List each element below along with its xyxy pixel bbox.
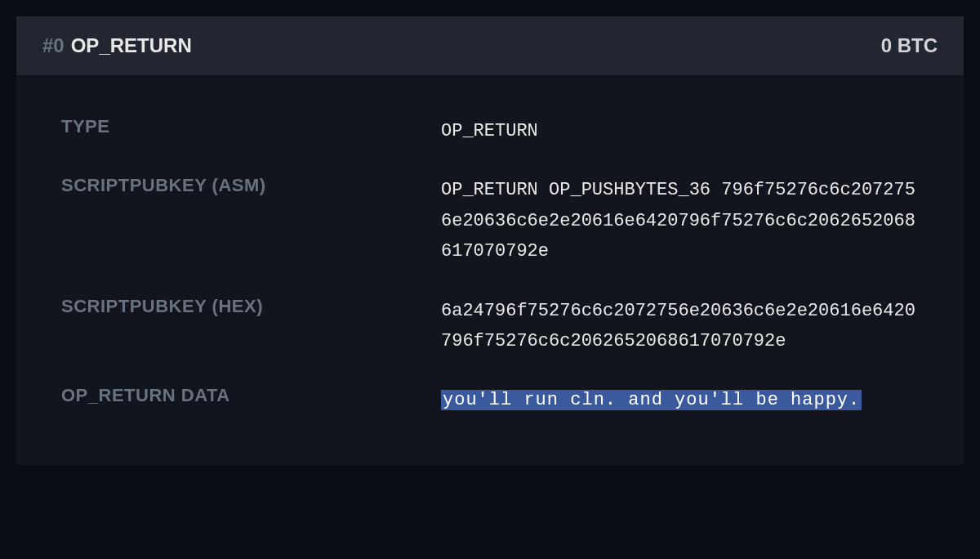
detail-row-type: TYPE OP_RETURN	[61, 116, 919, 146]
transaction-output-panel: #0 OP_RETURN 0 BTC TYPE OP_RETURN SCRIPT…	[0, 0, 980, 481]
output-amount: 0 BTC	[881, 34, 938, 57]
output-index: #0	[42, 34, 65, 57]
output-title: OP_RETURN	[71, 34, 192, 57]
value-hex: 6a24796f75276c6c2072756e20636c6e2e20616e…	[441, 296, 919, 357]
label-asm: SCRIPTPUBKEY (ASM)	[61, 175, 441, 266]
detail-row-opreturn-data: OP_RETURN DATA you'll run cln. and you'l…	[61, 385, 919, 415]
value-asm: OP_RETURN OP_PUSHBYTES_36 796f75276c6c20…	[441, 175, 919, 266]
output-details: TYPE OP_RETURN SCRIPTPUBKEY (ASM) OP_RET…	[16, 75, 964, 465]
detail-row-asm: SCRIPTPUBKEY (ASM) OP_RETURN OP_PUSHBYTE…	[61, 175, 919, 266]
highlighted-opreturn-text: you'll run cln. and you'll be happy.	[441, 390, 862, 410]
label-type: TYPE	[61, 116, 441, 146]
label-opreturn-data: OP_RETURN DATA	[61, 385, 441, 415]
output-header: #0 OP_RETURN 0 BTC	[16, 16, 964, 75]
value-type: OP_RETURN	[441, 116, 919, 146]
header-left: #0 OP_RETURN	[42, 34, 192, 57]
detail-row-hex: SCRIPTPUBKEY (HEX) 6a24796f75276c6c20727…	[61, 296, 919, 357]
value-opreturn-data[interactable]: you'll run cln. and you'll be happy.	[441, 385, 919, 415]
label-hex: SCRIPTPUBKEY (HEX)	[61, 296, 441, 357]
